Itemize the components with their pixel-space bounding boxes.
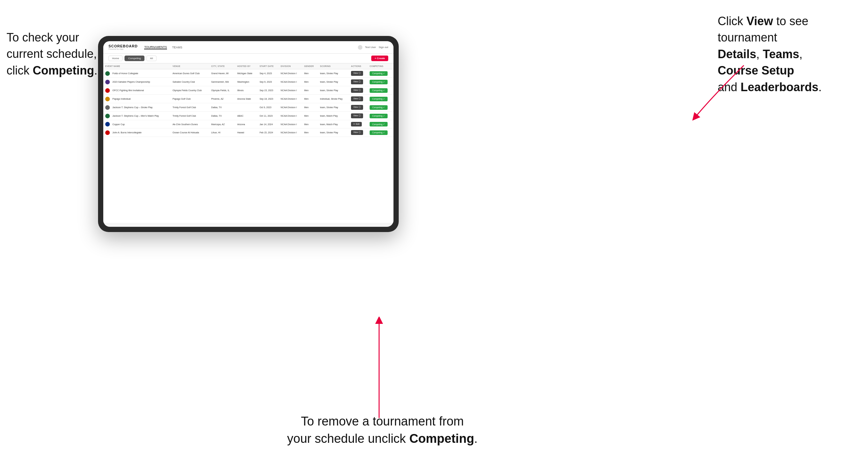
cell-gender: Men [302, 128, 318, 137]
tr-end: . [818, 81, 822, 94]
view-button[interactable]: View ⓘ [351, 80, 363, 84]
bottom-end: . [474, 432, 478, 445]
cell-gender: Men [302, 120, 318, 128]
cell-competing: Competing [368, 86, 394, 95]
tr-comma2: , [799, 48, 802, 61]
tablet-screen: SCOREBOARD Powered by clipp TOURNAMENTS … [103, 41, 394, 227]
cell-venue: Papago Golf Club [170, 95, 209, 103]
table-row: Folds of Honor CollegiateAmerican Dunes … [103, 69, 394, 78]
tablet-device: SCOREBOARD Powered by clipp TOURNAMENTS … [98, 36, 399, 232]
cell-start_date: Jan 14, 2024 [257, 120, 279, 128]
cell-city_state: Dallas, TX [209, 103, 235, 112]
cell-city_state: Sammamish, WA [209, 78, 235, 86]
cell-competing: Competing [368, 95, 394, 103]
cell-actions: View ⓘ [349, 112, 368, 120]
cell-hosted_by: ABAC [235, 112, 257, 120]
cell-division: NCAA Division I [279, 78, 302, 86]
cell-start_date: Oct 11, 2023 [257, 112, 279, 120]
competing-button[interactable]: Competing [370, 80, 388, 84]
bottom-line2: your schedule unclick [287, 432, 409, 445]
competing-button[interactable]: Competing [370, 105, 388, 110]
cell-event-name: Folds of Honor Collegiate [103, 69, 170, 78]
tr-line2: to see [773, 14, 808, 28]
cell-venue: Olympia Fields Country Club [170, 86, 209, 95]
cell-scoring: team, Match Play [318, 112, 349, 120]
col-venue: VENUE [170, 63, 209, 69]
cell-event-name: John A. Burns Intercollegiate [103, 128, 170, 137]
edit-button[interactable]: ✏ Edit [351, 122, 362, 126]
arrow-view-right [685, 59, 750, 124]
view-button[interactable]: View ⓘ [351, 71, 363, 76]
annotation-bold: Competing [33, 64, 94, 77]
filter-competing[interactable]: Competing [125, 56, 145, 61]
sign-out-link[interactable]: Sign out [379, 46, 388, 49]
tr-comma: , [756, 48, 763, 61]
cell-hosted_by: Illinois [235, 86, 257, 95]
filter-home[interactable]: Home [108, 56, 123, 61]
cell-division: NCAA Division I [279, 128, 302, 137]
table-body: Folds of Honor CollegiateAmerican Dunes … [103, 69, 394, 137]
cell-competing: Competing [368, 120, 394, 128]
cell-start_date: Sep 9, 2023 [257, 78, 279, 86]
cell-hosted_by: Washington [235, 78, 257, 86]
cell-actions: View ⓘ [349, 95, 368, 103]
cell-city_state: Phoenix, AZ [209, 95, 235, 103]
cell-city_state: Grand Haven, MI [209, 69, 235, 78]
cell-actions: View ⓘ [349, 86, 368, 95]
annotation-line3: click [6, 64, 33, 77]
table-container: EVENT NAME VENUE CITY, STATE HOSTED BY S… [103, 63, 394, 223]
header-right: Test User Sign out [358, 45, 388, 50]
competing-button[interactable]: Competing [370, 71, 388, 76]
cell-start_date: Sep 18, 2023 [257, 95, 279, 103]
col-actions: ACTIONS [349, 63, 368, 69]
col-city-state: CITY, STATE [209, 63, 235, 69]
cell-actions: View ⓘ [349, 103, 368, 112]
col-hosted-by: HOSTED BY [235, 63, 257, 69]
cell-city_state: Maricopa, AZ [209, 120, 235, 128]
table-row: 2023 Sahalee Players ChampionshipSahalee… [103, 78, 394, 86]
nav-tournaments[interactable]: TOURNAMENTS [144, 45, 167, 49]
col-scoring: SCORING [318, 63, 349, 69]
filter-bar: Home Competing All + Create [103, 54, 394, 63]
cell-scoring: individual, Stroke Play [318, 95, 349, 103]
cell-event-name: Jackson T. Stephens Cup – Men's Match Pl… [103, 112, 170, 120]
cell-venue: Sahalee Country Club [170, 78, 209, 86]
cell-start_date: Sep 4, 2023 [257, 69, 279, 78]
view-button[interactable]: View ⓘ [351, 130, 363, 135]
competing-button[interactable]: Competing [370, 88, 388, 93]
view-button[interactable]: View ⓘ [351, 105, 363, 110]
competing-button[interactable]: Competing [370, 130, 388, 135]
cell-hosted_by: Arizona [235, 120, 257, 128]
cell-city_state: Dallas, TX [209, 112, 235, 120]
view-button[interactable]: View ⓘ [351, 88, 363, 93]
cell-hosted_by: Arizona State [235, 95, 257, 103]
view-button[interactable]: View ⓘ [351, 96, 363, 101]
competing-button[interactable]: Competing [370, 122, 388, 126]
cell-venue: Ak-Chin Southern Dunes [170, 120, 209, 128]
cell-hosted_by: Hawaii [235, 128, 257, 137]
competing-button[interactable]: Competing [370, 114, 388, 118]
col-start-date: START DATE [257, 63, 279, 69]
cell-gender: Men [302, 69, 318, 78]
competing-button[interactable]: Competing [370, 97, 388, 101]
filter-all[interactable]: All [147, 56, 157, 61]
annotation-line2: current schedule, [6, 47, 97, 60]
cell-competing: Competing [368, 78, 394, 86]
create-button[interactable]: + Create [371, 56, 388, 61]
table-row: OFCC Fighting Illini InvitationalOlympia… [103, 86, 394, 95]
cell-event-name: Jackson T. Stephens Cup – Stroke Play [103, 103, 170, 112]
cell-event-name: Papago Individual [103, 95, 170, 103]
view-button[interactable]: View ⓘ [351, 114, 363, 118]
cell-gender: Men [302, 112, 318, 120]
cell-venue: American Dunes Golf Club [170, 69, 209, 78]
brand: SCOREBOARD Powered by clipp [108, 44, 137, 50]
nav-teams[interactable]: TEAMS [172, 46, 182, 49]
cell-division: NCAA Division I [279, 86, 302, 95]
powered-by: Powered by clipp [108, 48, 137, 50]
annotation-end: . [94, 64, 97, 77]
cell-actions: View ⓘ [349, 78, 368, 86]
cell-city_state: Lihue, HI [209, 128, 235, 137]
cell-division: NCAA Division I [279, 103, 302, 112]
col-division: DIVISION [279, 63, 302, 69]
cell-scoring: team, Stroke Play [318, 103, 349, 112]
